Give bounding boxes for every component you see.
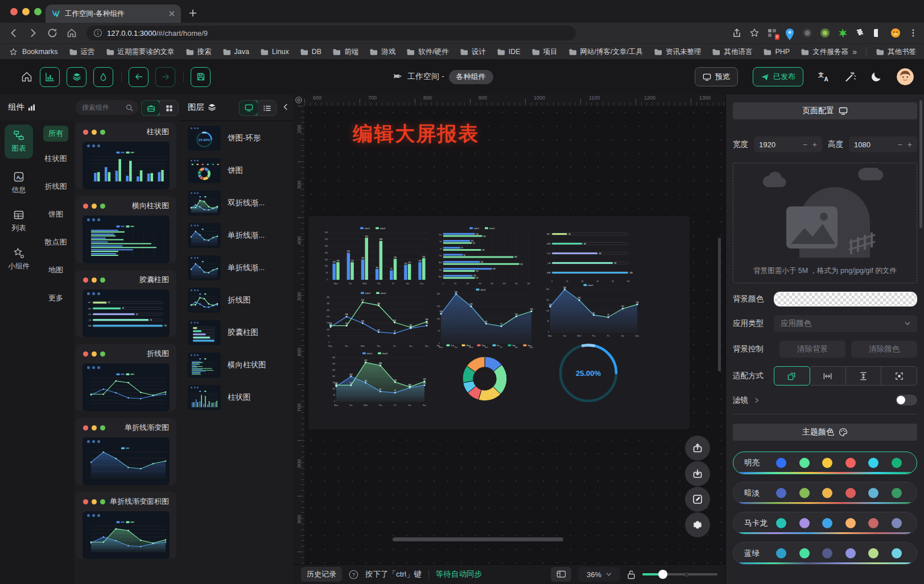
undo-button[interactable]	[129, 67, 148, 87]
new-tab-button[interactable]	[189, 9, 197, 17]
extension-split-icon[interactable]	[873, 28, 883, 38]
bookmarks-label[interactable]: Bookmarks	[22, 48, 58, 56]
clear-background-button[interactable]: 清除背景	[779, 341, 845, 358]
canvas-title-text[interactable]: 编辑大屏报表	[353, 121, 479, 147]
extension-pin-icon[interactable]	[785, 28, 795, 38]
bookmarks-overflow[interactable]: »	[852, 47, 857, 56]
category-item-3[interactable]: 饼图	[43, 206, 68, 222]
component-card-4[interactable]: 单折线渐变图	[76, 418, 176, 485]
theme-color-header[interactable]: 主题颜色	[733, 424, 917, 441]
fit-height-button[interactable]	[846, 366, 882, 386]
canvas-chart-bar[interactable]: 0501001502002503003501202001508070110130…	[320, 224, 431, 285]
page-config-header[interactable]: 页面配置	[733, 102, 917, 119]
other-bookmarks[interactable]: 其他书签	[876, 47, 916, 57]
reload-button[interactable]	[47, 27, 58, 39]
layers-mode-button[interactable]	[67, 67, 86, 87]
export-button[interactable]	[685, 461, 710, 486]
layer-item-4[interactable]: 单折线渐...	[188, 255, 286, 280]
extension-dark-icon[interactable]	[802, 28, 812, 38]
extension-star-icon[interactable]	[838, 28, 848, 38]
layer-item-3[interactable]: 单折线渐...	[188, 223, 286, 248]
plus-icon[interactable]: +	[908, 140, 912, 149]
url-bar[interactable]: 127.0.0.1:3000/#/chart/home/9	[86, 26, 576, 40]
settings-button[interactable]	[685, 512, 710, 537]
import-button[interactable]	[685, 436, 710, 461]
bookmark-folder[interactable]: PHP	[763, 48, 790, 56]
zoom-select[interactable]: 36%	[578, 567, 620, 582]
bookmark-folder[interactable]: 文件服务器	[801, 47, 848, 57]
extensions-puzzle-icon[interactable]	[855, 28, 865, 38]
ruler-corner[interactable]	[293, 94, 304, 106]
canvas-chart-horizontal-bar[interactable]: 0501001502002503003501202001508070110130…	[435, 224, 535, 285]
component-card-0[interactable]: 柱状图	[76, 122, 176, 189]
dashboard-board[interactable]: 0501001502002503003501202001508070110130…	[308, 216, 690, 429]
width-stepper[interactable]: 1920 −+	[754, 136, 822, 152]
bookmark-folder[interactable]: 项目	[531, 47, 558, 57]
single-view-button[interactable]	[141, 100, 160, 116]
thumbnail-view-button[interactable]	[239, 100, 258, 116]
canvas-chart-pie[interactable]: MonTueWedThuFriSatSun	[437, 341, 533, 409]
theme-row-1[interactable]: 暗淡	[733, 482, 917, 504]
category-item-2[interactable]: 折线图	[40, 179, 72, 194]
theme-row-2[interactable]: 马卡龙	[733, 512, 917, 535]
sidebar-item-3[interactable]: 小组件	[8, 247, 30, 271]
redo-button[interactable]	[155, 67, 175, 87]
history-button[interactable]: 历史记录	[301, 567, 342, 582]
canvas-chart-line[interactable]: 0501001502002503003501202001508070110130…	[322, 289, 430, 348]
slider-thumb[interactable]	[658, 570, 667, 579]
canvas-chart-line-gradient[interactable]: 0501001502001202001508070110130MonTueWed…	[432, 285, 535, 349]
bookmark-folder[interactable]: 前端	[332, 47, 358, 57]
filter-toggle[interactable]	[896, 395, 917, 405]
zoom-slider[interactable]	[642, 570, 717, 579]
layer-item-2[interactable]: 双折线渐...	[188, 190, 286, 216]
category-item-5[interactable]: 地图	[43, 262, 68, 278]
layer-item-8[interactable]: 柱状图	[188, 385, 286, 410]
theme-row-3[interactable]: 蓝绿	[733, 542, 917, 565]
browser-menu-icon[interactable]	[908, 28, 918, 38]
canvas-chart-area[interactable]: 0501001502002503003501202001508070110130…	[328, 349, 428, 407]
theme-row-0[interactable]: 明亮	[733, 452, 917, 474]
minimize-window-button[interactable]	[22, 8, 30, 15]
canvas-vertical-scrollbar[interactable]	[718, 238, 721, 371]
height-stepper[interactable]: 1080 −+	[849, 136, 917, 152]
bookmarks-star-icon[interactable]	[9, 48, 18, 56]
sidebar-item-2[interactable]: 列表	[12, 209, 26, 233]
tab-close-icon[interactable]	[168, 10, 175, 17]
layer-item-6[interactable]: 胶囊柱图	[188, 320, 286, 345]
lock-icon[interactable]	[627, 570, 636, 579]
bookmark-folder[interactable]: 搜索	[185, 47, 212, 57]
share-icon[interactable]	[732, 28, 742, 38]
close-window-button[interactable]	[10, 8, 18, 15]
window-controls[interactable]	[10, 8, 42, 15]
extension-green-icon[interactable]	[820, 28, 830, 38]
bookmark-folder[interactable]: IDE	[497, 48, 521, 56]
forward-button[interactable]	[27, 27, 39, 39]
component-card-2[interactable]: 胶囊柱图厦门20南阳40北京60上海80新疆100	[76, 270, 176, 337]
component-search[interactable]	[76, 100, 138, 115]
filter-mode-button[interactable]	[93, 67, 113, 87]
site-info-icon[interactable]	[93, 28, 102, 38]
background-color-swatch[interactable]	[774, 292, 917, 307]
dark-mode-icon[interactable]	[871, 71, 882, 82]
panel-scrollbar[interactable]	[919, 100, 922, 228]
help-icon[interactable]: ?	[349, 570, 358, 579]
back-button[interactable]	[8, 27, 19, 39]
search-input[interactable]	[81, 103, 123, 112]
extension-grid-icon[interactable]: 9	[767, 28, 777, 38]
user-avatar[interactable]	[897, 68, 914, 85]
canvas-chart-line-gradient[interactable]: 0501001502001202001508070110130MonTueWed…	[542, 281, 641, 338]
browser-tab[interactable]: 工作空间-各种组件	[46, 5, 181, 23]
canvas-chart-capsule[interactable]: 厦门20南阳40北京60上海80新疆100020406080100	[543, 225, 636, 283]
canvas-horizontal-scrollbar[interactable]	[393, 537, 563, 541]
magic-wand-icon[interactable]	[844, 71, 856, 82]
layer-item-5[interactable]: 折线图	[188, 288, 286, 313]
component-card-3[interactable]: 折线图	[76, 344, 176, 411]
layer-item-0[interactable]: 25.00%饼图-环形	[188, 126, 286, 151]
app-home-button[interactable]	[20, 71, 33, 83]
fit-width-button[interactable]	[810, 366, 846, 386]
list-view-button[interactable]	[258, 101, 276, 115]
zoom-window-button[interactable]	[34, 8, 42, 15]
minus-icon[interactable]: −	[803, 140, 807, 149]
editor-canvas[interactable]: 6007008009001000110012001300 20030040050…	[293, 94, 725, 564]
bookmark-star-icon[interactable]	[749, 28, 760, 38]
